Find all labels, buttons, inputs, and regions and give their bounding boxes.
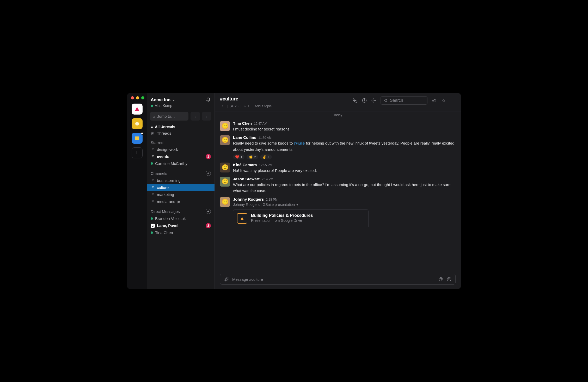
dms-heading: Direct Messages bbox=[151, 209, 180, 214]
reactions: ❤️1 👏2 ✌️1 bbox=[233, 154, 456, 159]
message-text: No! It was my pleasure! People are very … bbox=[233, 168, 456, 174]
sidebar-dm-lane-pavel[interactable]: 2 Lane, Pavel 2 bbox=[147, 222, 215, 229]
mentions-icon[interactable]: @ bbox=[432, 98, 437, 103]
channels-heading: Channels bbox=[151, 171, 167, 176]
main-pane: #culture ☆ | 25 | ☆ 1 | bbox=[215, 93, 461, 289]
svg-point-4 bbox=[373, 100, 375, 101]
search-icon bbox=[384, 99, 388, 103]
channel-title[interactable]: #culture bbox=[220, 96, 272, 102]
composer-placeholder: Message #culture bbox=[232, 277, 435, 282]
svg-point-3 bbox=[364, 99, 365, 99]
avatar[interactable]: 🙂 bbox=[220, 177, 230, 187]
workspace-name[interactable]: Acme Inc. ⌄ bbox=[151, 97, 175, 103]
message-text: What are our policies in regards to pets… bbox=[233, 182, 456, 194]
message[interactable]: 🙂 Johnny Rodgers 2:18 PM Johnny Rodgers … bbox=[220, 195, 456, 229]
reaction[interactable]: 👏2 bbox=[247, 154, 258, 159]
message-author[interactable]: Johnny Rodgers bbox=[233, 197, 264, 201]
circle-icon bbox=[135, 122, 139, 126]
channel-label: culture bbox=[157, 185, 169, 190]
sidebar-item-marketing[interactable]: # marketing bbox=[147, 191, 215, 198]
more-icon[interactable]: ⋮ bbox=[450, 98, 456, 103]
info-icon[interactable] bbox=[362, 98, 367, 103]
message-time: 2:18 PM bbox=[266, 198, 278, 201]
sidebar-item-caroline[interactable]: Caroline McCarthy bbox=[147, 160, 215, 167]
history-forward-button[interactable]: › bbox=[202, 112, 211, 121]
message[interactable]: 🙂 Kiné Camara 12:55 PM No! It was my ple… bbox=[220, 161, 456, 175]
message-time: 12:55 PM bbox=[259, 163, 272, 167]
attachment-subtitle: Presentation from Google Drive bbox=[251, 218, 313, 223]
reaction-count: 1 bbox=[241, 155, 242, 159]
sidebar-dm-tina[interactable]: Tina Chen bbox=[147, 229, 215, 236]
hash-icon: # bbox=[151, 192, 155, 197]
message[interactable]: 🙂 Lane Collins 11:50 AM Really need to g… bbox=[220, 134, 456, 161]
add-channel-button[interactable]: + bbox=[206, 171, 211, 176]
message-author[interactable]: Kiné Camara bbox=[233, 163, 257, 167]
jump-icon: ⌕ bbox=[153, 114, 155, 118]
hash-icon: # bbox=[151, 199, 155, 204]
svg-line-6 bbox=[387, 101, 387, 102]
message-time: 11:50 AM bbox=[258, 136, 272, 140]
emoji-icon: 👏 bbox=[249, 155, 253, 159]
pin-icon: ☆ bbox=[243, 104, 247, 108]
bell-icon[interactable] bbox=[206, 97, 211, 103]
message-author[interactable]: Tina Chen bbox=[233, 121, 252, 126]
workspace-rail: + bbox=[127, 93, 147, 289]
member-count[interactable]: 25 bbox=[230, 104, 238, 108]
avatar[interactable]: 🙂 bbox=[220, 121, 230, 131]
attachment-card[interactable]: ▲ Building Policies & Procedures Present… bbox=[233, 209, 369, 227]
workspace-3[interactable] bbox=[132, 133, 143, 144]
search-input[interactable]: Search bbox=[381, 96, 427, 105]
avatar[interactable]: 🙂 bbox=[220, 163, 230, 172]
hash-icon: # bbox=[151, 185, 155, 190]
message-author[interactable]: Jason Stewart bbox=[233, 177, 260, 181]
emoji-icon: ❤️ bbox=[235, 155, 239, 159]
history-back-button[interactable]: ‹ bbox=[191, 112, 200, 121]
message-list[interactable]: 🙂 Tina Chen 12:47 AM I must decline for … bbox=[215, 118, 461, 271]
attach-icon[interactable] bbox=[224, 277, 229, 282]
workspace-2[interactable] bbox=[132, 118, 143, 129]
mention[interactable]: @julie bbox=[294, 141, 305, 145]
emoji-button[interactable] bbox=[446, 277, 452, 282]
dm-label: Lane, Pavel bbox=[157, 223, 179, 228]
hash-icon: # bbox=[151, 178, 155, 183]
message[interactable]: 🙂 Jason Stewart 2:14 PM What are our pol… bbox=[220, 175, 456, 195]
add-workspace-button[interactable]: + bbox=[132, 147, 143, 158]
star-channel-icon[interactable]: ☆ bbox=[441, 98, 446, 103]
list-icon: ≡ bbox=[151, 125, 153, 129]
message-time: 12:47 AM bbox=[254, 122, 267, 126]
message-composer[interactable]: Message #culture @ bbox=[220, 274, 456, 285]
all-unreads-link[interactable]: ≡ All Unreads bbox=[147, 122, 215, 129]
maximize-window-button[interactable] bbox=[141, 96, 144, 99]
sidebar-dm-brandon[interactable]: Brandon Velestuk bbox=[147, 215, 215, 222]
avatar[interactable]: 🙂 bbox=[220, 197, 230, 207]
sidebar-item-media-and-pr[interactable]: # media-and-pr bbox=[147, 198, 215, 205]
pin-count[interactable]: ☆ 1 bbox=[243, 104, 249, 108]
sidebar-item-brainstorming[interactable]: # brainstorming bbox=[147, 177, 215, 184]
close-window-button[interactable] bbox=[131, 96, 134, 99]
mention-button[interactable]: @ bbox=[438, 277, 443, 282]
threads-link[interactable]: ◉ Threads bbox=[147, 129, 215, 137]
reaction[interactable]: ✌️1 bbox=[260, 154, 272, 159]
add-topic-link[interactable]: Add a topic bbox=[255, 104, 272, 108]
gear-icon[interactable] bbox=[371, 98, 376, 103]
message-author[interactable]: Lane Collins bbox=[233, 135, 256, 140]
message[interactable]: 🙂 Tina Chen 12:47 AM I must decline for … bbox=[220, 120, 456, 134]
current-user-label: Matt Kump bbox=[155, 104, 172, 108]
square-icon bbox=[135, 136, 139, 140]
attachment-label[interactable]: Johnny Rodgers | GSuite presentation ▾ bbox=[233, 202, 456, 207]
hash-icon: # bbox=[151, 154, 155, 159]
sidebar-item-culture[interactable]: # culture bbox=[147, 184, 215, 191]
group-count: 2 bbox=[151, 224, 155, 228]
threads-label: Threads bbox=[157, 131, 171, 135]
sidebar-item-events[interactable]: # events 1 bbox=[147, 153, 215, 160]
sidebar-item-design-work[interactable]: # design-work bbox=[147, 146, 215, 153]
phone-icon[interactable] bbox=[352, 98, 358, 103]
jump-to-input[interactable]: ⌕ Jump to… bbox=[150, 112, 188, 121]
star-icon[interactable]: ☆ bbox=[220, 103, 225, 109]
add-dm-button[interactable]: + bbox=[206, 209, 211, 214]
minimize-window-button[interactable] bbox=[136, 96, 139, 99]
avatar[interactable]: 🙂 bbox=[220, 135, 230, 145]
workspace-acme[interactable] bbox=[132, 104, 143, 115]
channel-label: media-and-pr bbox=[157, 199, 180, 204]
reaction[interactable]: ❤️1 bbox=[233, 154, 244, 159]
